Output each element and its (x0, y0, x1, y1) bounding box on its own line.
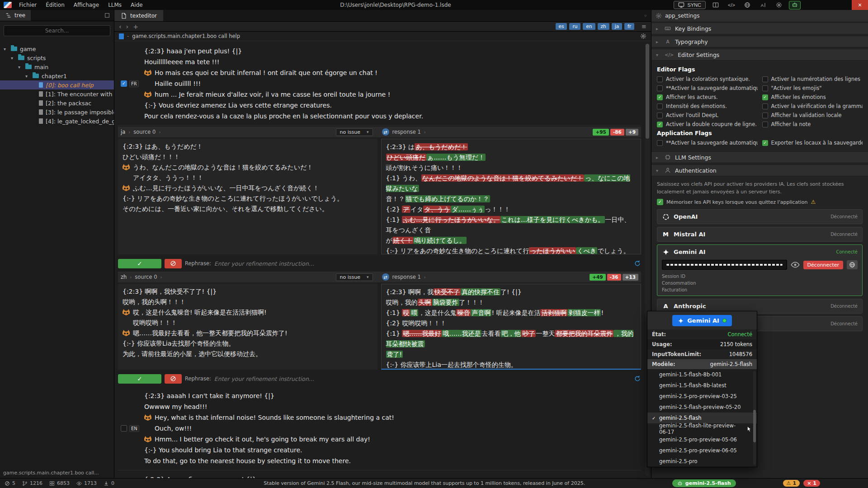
provider-mistral[interactable]: M Mistral AI Déconnecté (657, 227, 863, 242)
ja-refresh-icon[interactable] (634, 260, 641, 267)
checkbox[interactable] (657, 76, 663, 82)
panel-restore-icon[interactable] (104, 12, 110, 19)
lang-badge-fr[interactable]: fr (624, 23, 634, 30)
setting-activer-l-outil-deepl[interactable]: Activer l'outil DeepL (657, 112, 758, 118)
ja-accept-button[interactable]: ✓ (118, 259, 161, 268)
tree-folder-scripts[interactable]: ▾scripts (0, 53, 114, 62)
menu-aide[interactable]: Aide (126, 0, 147, 10)
provider-link-consommation[interactable]: Consommation (662, 281, 858, 286)
setting-activer-les-emojis[interactable]: "Activer les emojis" (762, 85, 863, 91)
scrollbar-thumb[interactable] (646, 44, 649, 139)
model-option-gemini-2-5-pro[interactable]: gemini-2.5-pro (647, 456, 757, 467)
checkbox[interactable] (762, 85, 768, 91)
model-option-gemini-2-5-pro-preview-06-05[interactable]: gemini-2.5-pro-preview-06-05 (647, 445, 757, 456)
checkbox[interactable]: ✓ (762, 140, 768, 146)
tree-item-the-packsac[interactable]: [2]: the packsac (0, 99, 114, 108)
popup-row-modele[interactable]: Modèle: gemini-2.5-flash (647, 359, 757, 369)
setting-activer-la-num-rotation-des-lignes[interactable]: Activer la numérotation des lignes (762, 76, 863, 82)
layout-columns-icon[interactable] (710, 1, 722, 9)
section-editor-settings[interactable]: ▾ </> Editor Settings (651, 49, 868, 61)
globe-icon[interactable] (741, 1, 753, 9)
nav-back-icon[interactable]: ‹ (119, 23, 122, 30)
zh-refresh-icon[interactable] (634, 375, 641, 382)
tree-item-le-passage-imposible[interactable]: [3]: le passage imposible (0, 108, 114, 117)
tree-item-boo-call-help[interactable]: [0]: boo call help (0, 80, 114, 89)
disconnect-button[interactable]: Déconnecter (803, 261, 843, 269)
tree-item-the-encounter-with-b[interactable]: [1]: The encounter with B... (0, 89, 114, 99)
checkbox[interactable] (657, 103, 663, 109)
menu-dition[interactable]: Édition (41, 0, 69, 10)
zh-response-sync-icon[interactable]: ⇄ (382, 273, 389, 281)
gear-icon[interactable] (773, 1, 785, 9)
code-icon[interactable]: </> (726, 1, 737, 9)
ja-response-sync-icon[interactable]: ⇄ (382, 128, 389, 136)
translate-icon[interactable]: A (757, 1, 769, 9)
setting-afficher-la-note[interactable]: Afficher la note (762, 121, 863, 127)
zh-source-crumb[interactable]: source 0 (135, 274, 157, 280)
setting-afficher-la-validation-locale[interactable]: Afficher la validation locale (762, 112, 863, 118)
zh-source-pane[interactable]: {:2:3} 啊啊，我快受不了了! {|}哎哟，我的头啊！！！哎，这是什么鬼噪音… (118, 284, 377, 370)
model-option-gemini-2-5-pro-preview-05-06[interactable]: gemini-2.5-pro-preview-05-06 (647, 434, 757, 445)
menu-icon[interactable]: ≡ (642, 23, 646, 30)
menu-affichage[interactable]: Affichage (69, 0, 104, 10)
section-llm-settings[interactable]: ▸ LLM Settings (651, 151, 868, 163)
eye-icon[interactable] (791, 260, 800, 269)
tree-search-input[interactable] (4, 25, 110, 36)
tree-folder-game[interactable]: ▾game (0, 44, 114, 53)
fr-checkbox[interactable]: ✓ (121, 80, 127, 87)
popup-scrollbar-thumb[interactable] (753, 410, 756, 442)
model-option-gemini-1-5-flash-8b-latest[interactable]: gemini-1.5-flash-8b-latest (647, 380, 757, 391)
lang-badge-zh[interactable]: zh (598, 23, 609, 30)
model-option-gemini-2-5-flash-lite-preview-06-17[interactable]: gemini-2.5-flash-lite-preview-06-17 (647, 423, 757, 434)
gemini-provider-button[interactable]: Gemini AI (672, 315, 732, 326)
setting-exporter-les-locaux-la-sauvegarde[interactable]: ✓Exporter les locaux à la sauvegarde (762, 140, 863, 146)
model-option-gemini-2-5-pro-preview-03-25[interactable]: gemini-2.5-pro-preview-03-25 (647, 391, 757, 402)
sync-button[interactable]: SYNC (674, 1, 706, 9)
lang-badge-es[interactable]: es (556, 23, 567, 30)
setting-activer-la-sauvegarde-automatique[interactable]: **Activer la sauvegarde automatique** (657, 140, 758, 146)
checkbox[interactable] (762, 113, 768, 118)
nav-forward-icon[interactable]: › (126, 23, 129, 30)
setting-intensit-des-motions[interactable]: Intensité des émotions. (657, 103, 758, 109)
zh-accept-button[interactable]: ✓ (118, 374, 161, 384)
editor-restore-icon[interactable] (645, 13, 651, 19)
checkbox[interactable]: ✓ (657, 122, 663, 127)
zh-response-crumb[interactable]: response 1 (392, 274, 421, 280)
zh-reject-button[interactable] (165, 374, 182, 384)
popup-scrollbar[interactable] (753, 371, 756, 465)
breadcrumb[interactable]: game.scripts.main.chapter1.boo call help (132, 33, 240, 39)
checkbox[interactable] (762, 122, 768, 127)
window-close-button[interactable]: × (852, 0, 868, 10)
remember-keys-checkbox[interactable]: ✓ (657, 199, 663, 205)
ja-rephrase-input[interactable] (214, 260, 631, 267)
provider-link-facturation[interactable]: Facturation (662, 287, 858, 292)
setting-afficher-les-motions[interactable]: ✓Afficher les émotions (762, 94, 863, 100)
nav-add-icon[interactable]: + (133, 23, 138, 30)
menu-llms[interactable]: LLMs (104, 0, 126, 10)
checkbox[interactable] (657, 140, 663, 146)
tree-item-le-gate-locked-de-gr[interactable]: [4]: le_gate_locked_de_gr... (0, 117, 114, 126)
ja-reject-button[interactable] (165, 259, 182, 268)
ja-issue-dropdown[interactable]: no issue ▾ (336, 128, 373, 136)
provider-openai[interactable]: OpenAI Déconnecté (657, 209, 863, 224)
checkbox[interactable]: ✓ (657, 94, 663, 100)
section-typography[interactable]: ▸ A Typography (651, 36, 868, 47)
en-checkbox[interactable] (121, 425, 127, 432)
lang-badge-en[interactable]: en (583, 23, 595, 30)
tree-folder-chapter1[interactable]: ▾chapter1 (0, 71, 114, 80)
checkbox[interactable] (762, 76, 768, 82)
model-option-gemini-1-5-flash-8b-001[interactable]: gemini-1.5-flash-8b-001 (647, 369, 757, 380)
entry-settings-gear-icon[interactable] (640, 33, 646, 39)
setting-activer-la-double-coupure-de-ligne[interactable]: ✓Activer la double coupure de ligne. (657, 121, 758, 127)
warning-count-badge[interactable]: ⚠ 1 (783, 480, 800, 487)
robot-assistant-icon[interactable] (789, 1, 801, 9)
ja-source-crumb[interactable]: source 0 (133, 129, 156, 135)
tree-folder-main[interactable]: ▾main (0, 62, 114, 71)
ja-response-crumb[interactable]: response 1 (392, 129, 421, 135)
checkbox[interactable] (657, 85, 663, 91)
lang-badge-ja[interactable]: ja (612, 23, 622, 30)
zh-rephrase-input[interactable] (214, 375, 631, 382)
checkbox[interactable] (657, 113, 663, 118)
setting-activer-la-sauvegarde-automatique[interactable]: **Activer la sauvegarde automatique** (657, 85, 758, 91)
api-key-field[interactable] (662, 260, 787, 270)
